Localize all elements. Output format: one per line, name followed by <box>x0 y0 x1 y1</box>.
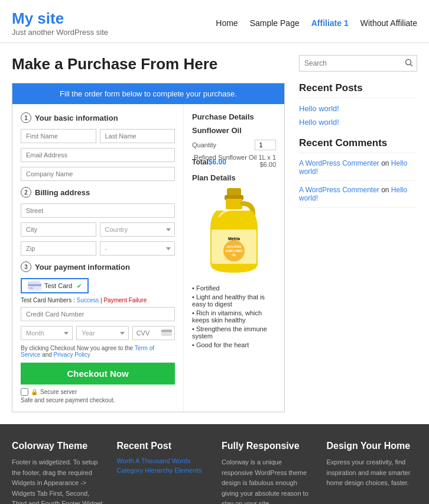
footer-col-4: Design Your Home Express your creativity… <box>327 441 418 504</box>
zip-row: - <box>21 241 175 256</box>
month-select[interactable]: Month <box>21 326 73 340</box>
city-input[interactable] <box>21 222 96 237</box>
privacy-link[interactable]: Privacy Policy <box>54 351 90 358</box>
quantity-input[interactable] <box>255 140 276 150</box>
step2-title: 2 Billing address <box>21 187 175 198</box>
street-input[interactable] <box>21 203 175 218</box>
test-card-button[interactable]: Test Card ✔ <box>21 278 89 293</box>
last-name-input[interactable] <box>100 129 176 143</box>
product-image: Mehta 100% PURE SUNFLOWER OIL <box>199 187 269 279</box>
total-price: $6.00 <box>209 158 226 166</box>
street-row <box>21 203 175 218</box>
feature-5: Good for the heart <box>192 341 276 348</box>
svg-text:Mehta: Mehta <box>228 237 240 241</box>
svg-rect-5 <box>227 188 241 196</box>
safe-text: Safe and secure payment checkout. <box>21 397 175 403</box>
failure-link[interactable]: Payment Failure <box>103 297 147 303</box>
post-link-2[interactable]: Hello world! <box>299 118 417 127</box>
footer-col4-title: Design Your Home <box>327 441 418 451</box>
recent-posts-title: Recent Posts <box>299 82 417 98</box>
credit-card-input[interactable] <box>21 307 175 321</box>
check-icon: ✔ <box>77 283 82 289</box>
comment-1: A WordPress Commenter on Hello world! <box>299 159 417 181</box>
city-country-row: Country <box>21 222 175 237</box>
zip-input[interactable] <box>21 241 96 256</box>
feature-2: Light and healthy that is easy to digest <box>192 293 276 308</box>
footer-post-link-1[interactable]: Worth A Thousand Words <box>117 457 208 464</box>
step3-circle: 3 <box>21 261 31 272</box>
form-body: 1 Your basic information <box>12 104 284 412</box>
post-link-1[interactable]: Hello world! <box>299 104 417 113</box>
first-name-input[interactable] <box>21 129 96 143</box>
site-tagline: Just another WordPress site <box>12 28 108 37</box>
step3-title: 3 Your payment information <box>21 261 175 272</box>
search-button[interactable] <box>401 56 417 71</box>
svg-rect-4 <box>161 330 172 332</box>
footer-col3-text: Colorway is a unique responsive WordPres… <box>222 457 313 504</box>
step1-circle: 1 <box>21 112 31 123</box>
header: My site Just another WordPress site Home… <box>0 0 429 43</box>
checkout-button[interactable]: Checkout Now <box>21 363 175 385</box>
email-row <box>21 148 175 162</box>
footer-col3-title: Fully Responsive <box>222 441 313 451</box>
svg-rect-1 <box>28 284 41 286</box>
nav-affiliate1[interactable]: Affiliate 1 <box>311 18 349 28</box>
feature-4: Strengthens the immune system <box>192 325 276 340</box>
nav-home[interactable]: Home <box>216 18 238 28</box>
test-card-note: Test Card Numbers : Success | Payment Fa… <box>21 297 175 303</box>
credit-card-row <box>21 307 175 321</box>
purchase-panel: Purchase Details Sunflower Oil Quantity … <box>184 104 284 412</box>
site-title: My site <box>12 9 108 28</box>
svg-point-14 <box>406 59 411 64</box>
svg-text:SUNFLOWER: SUNFLOWER <box>226 250 243 253</box>
commenter-2-link[interactable]: A WordPress Commenter <box>299 186 379 194</box>
product-name: Sunflower Oil <box>192 126 276 135</box>
form-header: Fill the order form below to complete yo… <box>12 83 284 104</box>
company-input[interactable] <box>21 167 175 181</box>
svg-rect-2 <box>30 287 33 289</box>
svg-rect-3 <box>161 329 172 336</box>
quantity-label: Quantity <box>192 141 216 148</box>
footer-col-2: Recent Post Worth A Thousand Words Categ… <box>117 441 208 504</box>
quantity-row: Quantity <box>192 140 276 150</box>
email-input[interactable] <box>21 148 175 162</box>
secure-label: Secure server <box>40 389 77 395</box>
step2-circle: 2 <box>21 187 31 198</box>
main-nav: Home Sample Page Affiliate 1 Without Aff… <box>216 18 417 28</box>
comment-2: A WordPress Commenter on Hello world! <box>299 186 417 208</box>
feature-3: Rich in vitamins, which keeps skin healt… <box>192 309 276 324</box>
search-icon <box>405 59 413 67</box>
search-box <box>299 55 417 72</box>
expiry-cvv-row: Month Year <box>21 326 175 340</box>
cvv-wrap <box>132 326 175 340</box>
purchase-form-container: Fill the order form below to complete yo… <box>12 83 285 412</box>
lock-icon: 🔒 <box>31 389 38 395</box>
footer-col4-text: Express your creativity, find inspiratio… <box>327 457 418 489</box>
secure-checkbox[interactable] <box>21 388 28 396</box>
svg-text:100% PURE: 100% PURE <box>226 245 241 248</box>
footer-col-3: Fully Responsive Colorway is a unique re… <box>222 441 313 504</box>
card-icon <box>28 282 41 290</box>
zip-extra-select[interactable]: - <box>100 241 176 256</box>
name-row <box>21 129 175 143</box>
step1-title: 1 Your basic information <box>21 112 175 123</box>
country-select[interactable]: Country <box>100 222 176 237</box>
nav-without-affiliate[interactable]: Without Affiliate <box>360 18 417 28</box>
search-input[interactable] <box>300 56 401 71</box>
success-link[interactable]: Success <box>76 297 99 303</box>
commenter-1-link[interactable]: A WordPress Commenter <box>299 159 379 167</box>
secure-row: 🔒 Secure server <box>21 388 175 396</box>
year-select[interactable]: Year <box>76 326 128 340</box>
product-features: Fortified Light and healthy that is easy… <box>192 285 276 348</box>
plan-details-title: Plan Details <box>192 173 276 182</box>
footer-widgets: Colorway Theme Footer is widgetized. To … <box>0 424 429 504</box>
cvv-input[interactable] <box>133 327 159 340</box>
footer-col1-text: Footer is widgetized. To setup the foote… <box>12 457 103 504</box>
terms-note: By clicking Checkout Now you agree to th… <box>21 345 175 358</box>
page-title: Make a Purchase From Here <box>12 55 285 73</box>
nav-sample-page[interactable]: Sample Page <box>250 18 300 28</box>
footer-post-link-2[interactable]: Category Hierarchy Elements <box>117 467 208 474</box>
test-card-label: Test Card <box>44 282 72 289</box>
left-column: Make a Purchase From Here Fill the order… <box>12 55 285 412</box>
purchase-panel-title: Purchase Details <box>192 112 276 121</box>
